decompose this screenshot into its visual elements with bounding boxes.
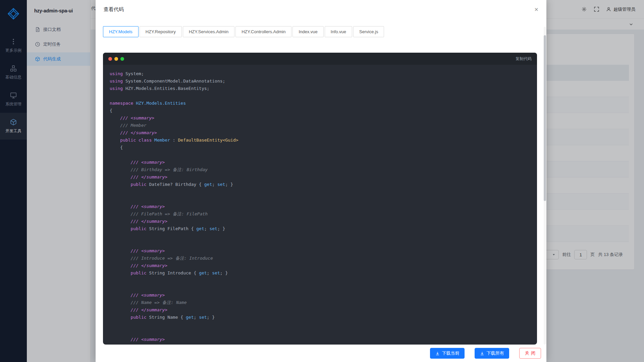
code-line: /// <summary> xyxy=(110,114,537,122)
code-line xyxy=(110,240,537,247)
code-line: /// <summary> xyxy=(110,247,537,255)
download-icon xyxy=(480,351,484,356)
code-line: namespace HZY.Models.Entities xyxy=(110,100,537,107)
modal-tabs: HZY.ModelsHZY.RepositoryHZY.Services.Adm… xyxy=(103,26,539,37)
code-line xyxy=(110,92,537,100)
modal-header: 查看代码 × xyxy=(96,0,546,19)
code-line: /// <summary> xyxy=(110,336,537,343)
tab-hzy-controllers-admin[interactable]: HZY.Controllers.Admin xyxy=(235,26,291,37)
tab-service-js[interactable]: Service.js xyxy=(353,26,384,37)
modal-footer-buttons: 下载当前下载所有关 闭 xyxy=(96,345,546,362)
code-line: /// </summary> xyxy=(110,262,537,269)
modal-scrollbar-thumb[interactable] xyxy=(544,35,546,201)
download-current-button[interactable]: 下载当前 xyxy=(430,348,465,359)
tab-info-vue[interactable]: Info.vue xyxy=(325,26,352,37)
copy-code-button[interactable]: 复制代码 xyxy=(516,56,532,62)
code-line xyxy=(110,151,537,159)
view-code-modal: 查看代码 × HZY.ModelsHZY.RepositoryHZY.Servi… xyxy=(96,0,546,362)
code-line: /// Member xyxy=(110,122,537,129)
tab-hzy-models[interactable]: HZY.Models xyxy=(103,26,139,37)
code-panel: 复制代码 using System;using System.Component… xyxy=(103,53,537,345)
code-line xyxy=(110,196,537,203)
maximize-dot-icon xyxy=(120,57,124,61)
code-line: using System; xyxy=(110,70,537,77)
code-lines: using System;using System.ComponentModel… xyxy=(103,65,537,345)
code-line xyxy=(110,188,537,196)
code-line xyxy=(110,277,537,284)
code-line: { xyxy=(110,144,537,151)
code-line: /// <summary> xyxy=(110,292,537,299)
close-button[interactable]: 关 闭 xyxy=(519,348,541,359)
download-icon xyxy=(435,351,440,356)
code-line: /// Birthday => 备注: Birthday xyxy=(110,166,537,173)
code-line: public DateTime? Birthday { get; set; } xyxy=(110,181,537,188)
code-line xyxy=(110,232,537,240)
code-line: public class Member : DefaultBaseEntity<… xyxy=(110,137,537,144)
close-button-label: 关 闭 xyxy=(525,350,536,356)
code-line: /// </summary> xyxy=(110,218,537,225)
code-line: /// Introduce => 备注: Introduce xyxy=(110,255,537,262)
code-line: /// <summary> xyxy=(110,203,537,210)
tab-index-vue[interactable]: Index.vue xyxy=(292,26,323,37)
traffic-lights xyxy=(108,57,126,61)
code-line xyxy=(110,284,537,292)
code-line: public String Name { get; set; } xyxy=(110,314,537,321)
close-icon[interactable]: × xyxy=(534,6,538,13)
code-line: public String Introduce { get; set; } xyxy=(110,269,537,277)
code-line: /// <summary> xyxy=(110,159,537,166)
code-line: /// </summary> xyxy=(110,129,537,137)
code-line: { xyxy=(110,107,537,114)
code-line: /// Name => 备注: Name xyxy=(110,299,537,306)
code-line: using HZY.Models.Entities.BaseEntitys; xyxy=(110,85,537,92)
code-line: using System.ComponentModel.DataAnnotati… xyxy=(110,77,537,85)
code-line: /// FilePath => 备注: FilePath xyxy=(110,210,537,218)
code-line xyxy=(110,328,537,336)
code-line xyxy=(110,321,537,328)
code-line: public String FilePath { get; set; } xyxy=(110,225,537,232)
download-all-button[interactable]: 下载所有 xyxy=(475,348,509,359)
tab-hzy-repository[interactable]: HZY.Repository xyxy=(140,26,182,37)
download-all-button-label: 下载所有 xyxy=(486,350,504,356)
tab-hzy-services-admin[interactable]: HZY.Services.Admin xyxy=(183,26,234,37)
modal-title: 查看代码 xyxy=(104,6,124,13)
app-root: 更多示例基础信息系统管理开发工具 hzy-admin-spa-ui 接口文档定时… xyxy=(0,0,644,362)
close-dot-icon xyxy=(108,57,112,61)
code-panel-header: 复制代码 xyxy=(103,53,537,65)
code-line: /// </summary> xyxy=(110,173,537,181)
download-current-button-label: 下载当前 xyxy=(442,350,459,356)
minimize-dot-icon xyxy=(114,57,118,61)
code-line: /// </summary> xyxy=(110,306,537,314)
